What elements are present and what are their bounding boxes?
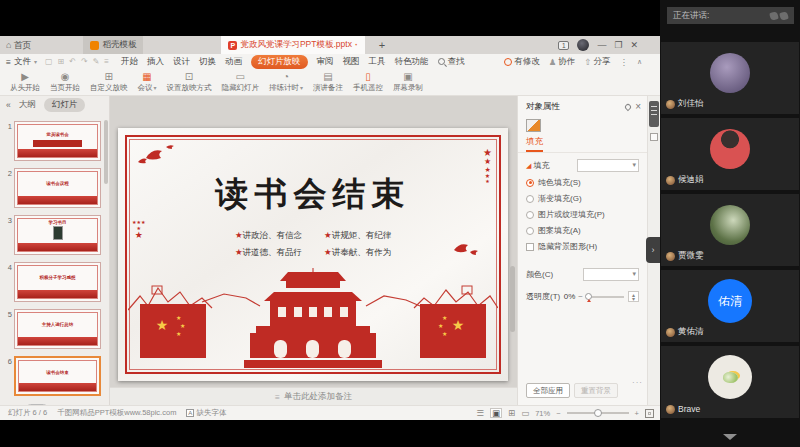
collaborate-button[interactable]: ♟协作 [549, 56, 576, 68]
fit-to-window-icon[interactable] [645, 409, 654, 418]
slide-bullets[interactable]: ★讲政治、有信念 ★讲规矩、有纪律 ★讲道德、有品行 ★讲奉献、有作为 [118, 230, 508, 259]
statusbar: 幻灯片 6 / 6 千图网精品PPT模板www.58pic.com A缺失字体 … [0, 405, 660, 420]
tab-review[interactable]: 审阅 [317, 56, 334, 68]
close-button[interactable]: ✕ [630, 41, 638, 50]
hide-background-checkbox[interactable]: 隐藏背景图形(H) [518, 241, 647, 252]
slide-thumbnail-2[interactable]: 2 读书会议程 [2, 168, 101, 208]
document-tab[interactable]: P党政风党课学习PPT模板.pptx· [221, 36, 364, 54]
slide-thumbnail-4[interactable]: 4 积极分子学习感想 [2, 262, 101, 302]
account-badge[interactable]: 1 [558, 41, 569, 50]
file-menu[interactable]: ≡文件▾ [6, 56, 37, 68]
tab-tools[interactable]: 工具 [369, 56, 386, 68]
zoom-slider-handle[interactable] [594, 409, 602, 417]
ribbon-rehearse-button[interactable]: ◔排练计时▾ [264, 69, 308, 95]
restore-button[interactable]: ❐ [614, 41, 622, 50]
more-tools-icon[interactable]: ≡ [104, 57, 109, 66]
slide-title[interactable]: 读书会结束 [118, 172, 508, 217]
ribbon-from-current-button[interactable]: ◉当页开始 [45, 69, 85, 95]
tab-animation[interactable]: 动画 [225, 56, 242, 68]
participant-tile[interactable]: 贾微雯 [661, 194, 799, 266]
minimize-button[interactable]: — [597, 41, 606, 50]
find-button[interactable]: 查找 [438, 56, 465, 68]
slide-thumbnail-5[interactable]: 5 主持人进行总结 [2, 309, 101, 349]
zoom-level[interactable]: 71% [535, 409, 550, 418]
ribbon-meeting-button[interactable]: ▦会议▾ [133, 69, 162, 95]
more-menu-icon[interactable]: ⋮ [619, 57, 628, 67]
ribbon-speaker-notes-button[interactable]: ▤演讲备注 [308, 69, 348, 95]
outline-tab[interactable]: 大纲 [19, 99, 36, 111]
home-tab[interactable]: ⌂首页 [6, 39, 31, 52]
redo-icon[interactable]: ↷ [81, 57, 88, 66]
participant-tile[interactable]: 候迪娟 [661, 118, 799, 190]
solid-fill-radio[interactable]: 纯色填充(S) [518, 177, 647, 188]
panel-more-button[interactable]: ··· [632, 378, 643, 387]
pattern-fill-radio[interactable]: 图案填充(A) [518, 225, 647, 236]
tab-features[interactable]: 特色功能 [395, 56, 429, 68]
slide-thumbnail-1[interactable]: 1 党员读书会 [2, 121, 101, 161]
color-dropdown[interactable] [583, 268, 639, 281]
tab-view[interactable]: 视图 [343, 56, 360, 68]
scroll-down-chevron-icon[interactable] [723, 434, 737, 440]
zoom-out-button[interactable]: − [556, 409, 560, 418]
ribbon-setup-show-button[interactable]: ⊡设置放映方式 [162, 69, 217, 95]
tab-transitions[interactable]: 切换 [199, 56, 216, 68]
ribbon-hide-slide-button[interactable]: ▭隐藏幻灯片 [217, 69, 265, 95]
ribbon-from-beginning-button[interactable]: ▶从头开始 [5, 69, 45, 95]
reading-view-icon[interactable]: ▭ [521, 409, 529, 418]
collapse-ribbon-icon[interactable]: ∧ [637, 58, 642, 66]
fill-type-dropdown[interactable] [577, 159, 639, 172]
panel-collapse-handle[interactable]: › [646, 237, 660, 263]
gradient-fill-radio[interactable]: 渐变填充(G) [518, 193, 647, 204]
ribbon-custom-show-button[interactable]: ⊞自定义放映 [85, 69, 133, 95]
undo-icon[interactable]: ↶ [69, 57, 76, 66]
reset-background-button[interactable]: 重置背景 [574, 383, 618, 398]
tab-start[interactable]: 开始 [121, 56, 138, 68]
notes-toggle-icon[interactable]: ☰ [476, 409, 484, 418]
slide-thumbnail-3[interactable]: 3 学习书目 [2, 215, 101, 255]
tab-design[interactable]: 设计 [173, 56, 190, 68]
missing-font-warning[interactable]: A缺失字体 [186, 408, 226, 418]
fill-tab[interactable]: 填充 [526, 136, 543, 152]
participant-tile[interactable]: 刘佳怡 [661, 42, 799, 114]
avatar [710, 129, 750, 169]
avatar[interactable] [577, 39, 589, 51]
member-icon [666, 405, 675, 414]
copy-strip-icon[interactable] [650, 133, 658, 141]
share-icon: ⇧ [584, 57, 591, 67]
font-warning-icon: A [186, 409, 194, 417]
share-button[interactable]: ⇧分享 [584, 56, 610, 68]
object-properties-strip-tab[interactable] [649, 101, 659, 127]
ribbon-screen-record-button[interactable]: ▣屏幕录制 [388, 69, 428, 95]
slide-6[interactable]: ★★★★★ ★★★★★ 读书会结束 ★讲政治、有信念 ★讲规矩、有纪律 ★讲道德… [118, 128, 508, 381]
print-icon[interactable]: ⊞ [58, 57, 65, 66]
normal-view-icon[interactable]: ▣ [490, 408, 502, 419]
collapse-panel-icon[interactable]: « [6, 100, 11, 110]
thumbnail-scrollbar[interactable] [104, 120, 108, 184]
member-icon [666, 328, 675, 337]
picture-fill-radio[interactable]: 图片或纹理填充(P) [518, 209, 647, 220]
ribbon-phone-remote-button[interactable]: ▯手机遥控 [348, 69, 388, 95]
apply-all-button[interactable]: 全部应用 [526, 383, 570, 398]
zoom-in-button[interactable]: + [635, 409, 639, 418]
transparency-minus[interactable]: − [578, 292, 583, 301]
tiananmen-greatwall-illustration: ★ ★ ★ ★ ★ ★ ★ ★ [128, 268, 498, 370]
close-panel-icon[interactable]: × [635, 102, 641, 112]
tab-slideshow-active[interactable]: 幻灯片放映 [251, 55, 308, 69]
transparency-stepper[interactable]: ▴▾ [628, 291, 639, 302]
slide-thumbnail-6-selected[interactable]: 6 读书会结束 [2, 356, 101, 396]
docer-template-tab[interactable]: 稻壳模板 [83, 36, 143, 54]
transparency-slider[interactable] [586, 296, 624, 298]
pin-icon[interactable] [624, 103, 632, 111]
participant-tile[interactable]: Brave [661, 346, 799, 418]
format-painter-icon[interactable]: ✎ [93, 57, 100, 66]
save-icon[interactable]: ▢ [45, 57, 53, 66]
participant-tile[interactable]: 佑清 黄佑清 [661, 270, 799, 342]
canvas-scrollbar[interactable] [510, 266, 515, 332]
modified-status[interactable]: 有修改 [504, 56, 540, 68]
zoom-slider[interactable] [567, 412, 629, 414]
notes-bar[interactable]: ≡ 单击此处添加备注 [110, 387, 517, 405]
slides-tab[interactable]: 幻灯片 [44, 98, 86, 112]
new-tab-button[interactable]: + [379, 39, 385, 51]
tab-insert[interactable]: 插入 [147, 56, 164, 68]
slide-sorter-icon[interactable]: ⊞ [508, 409, 515, 418]
